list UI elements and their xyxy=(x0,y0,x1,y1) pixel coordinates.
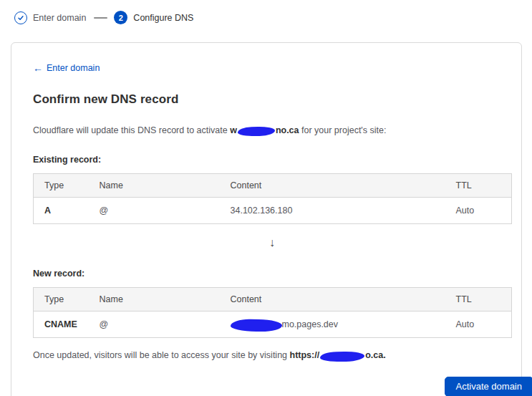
button-row: Activate domain xyxy=(33,377,532,396)
redaction-mark xyxy=(230,319,281,332)
intro-suffix: for your project's site: xyxy=(299,125,387,135)
record-content-visible: mo.pages.dev xyxy=(282,319,339,329)
record-content-cell: 34.102.136.180 xyxy=(220,198,456,224)
url-visible-start: https:// xyxy=(290,350,320,360)
table-row: CNAME @ mo.pages.dev Auto xyxy=(34,312,512,338)
table-header-row: Type Name Content TTL xyxy=(34,288,512,312)
url-visible-end: o.ca. xyxy=(365,350,386,360)
stepper-step-configure-dns: 2 Configure DNS xyxy=(114,11,193,24)
record-name-cell: @ xyxy=(89,312,220,338)
redaction-mark xyxy=(238,126,275,136)
back-to-enter-domain-link[interactable]: ← Enter domain xyxy=(33,63,100,73)
intro-prefix: Cloudflare will update this DNS record t… xyxy=(33,125,230,135)
arrow-down-icon: ↓ xyxy=(33,236,511,249)
step-label-configure-dns: Configure DNS xyxy=(133,13,193,23)
stepper-step-enter-domain[interactable]: Enter domain xyxy=(14,11,86,24)
table-row: A @ 34.102.136.180 Auto xyxy=(34,198,512,224)
new-record-label: New record: xyxy=(33,269,511,279)
back-arrow-icon: ← xyxy=(33,63,43,73)
footer-note: Once updated, visitors will be able to a… xyxy=(33,350,511,360)
domain-visible-start: w xyxy=(230,125,237,135)
record-content-cell: mo.pages.dev xyxy=(220,312,456,338)
intro-text: Cloudflare will update this DNS record t… xyxy=(33,125,511,135)
column-header-name: Name xyxy=(89,174,220,198)
wizard-stepper: Enter domain 2 Configure DNS xyxy=(14,11,532,24)
record-ttl-cell: Auto xyxy=(456,312,512,338)
new-record-table: Type Name Content TTL CNAME @ mo.pages.d… xyxy=(33,287,512,338)
existing-record-label: Existing record: xyxy=(33,155,511,165)
stepper-separator xyxy=(94,17,107,19)
column-header-content: Content xyxy=(220,174,456,198)
column-header-type: Type xyxy=(34,174,89,198)
step-2-badge: 2 xyxy=(114,11,127,24)
record-type-cell: A xyxy=(34,198,89,224)
redaction-mark xyxy=(320,351,364,362)
column-header-name: Name xyxy=(89,288,220,312)
column-header-ttl: TTL xyxy=(456,174,512,198)
existing-record-table: Type Name Content TTL A @ 34.102.136.180… xyxy=(33,173,512,224)
record-name-cell: @ xyxy=(89,198,220,224)
column-header-content: Content xyxy=(220,288,456,312)
table-header-row: Type Name Content TTL xyxy=(34,174,512,198)
page-title: Confirm new DNS record xyxy=(33,92,511,107)
record-ttl-cell: Auto xyxy=(456,198,512,224)
footer-prefix: Once updated, visitors will be able to a… xyxy=(33,350,290,360)
domain-visible-end: no.ca xyxy=(276,125,299,135)
activate-domain-button[interactable]: Activate domain xyxy=(445,377,532,396)
configure-dns-card: ← Enter domain Confirm new DNS record Cl… xyxy=(11,42,522,396)
back-link-label: Enter domain xyxy=(47,63,100,73)
record-type-cell: CNAME xyxy=(34,312,89,338)
check-circle-icon xyxy=(14,11,27,24)
step-label-enter-domain: Enter domain xyxy=(33,13,86,23)
column-header-ttl: TTL xyxy=(456,288,512,312)
column-header-type: Type xyxy=(34,288,89,312)
